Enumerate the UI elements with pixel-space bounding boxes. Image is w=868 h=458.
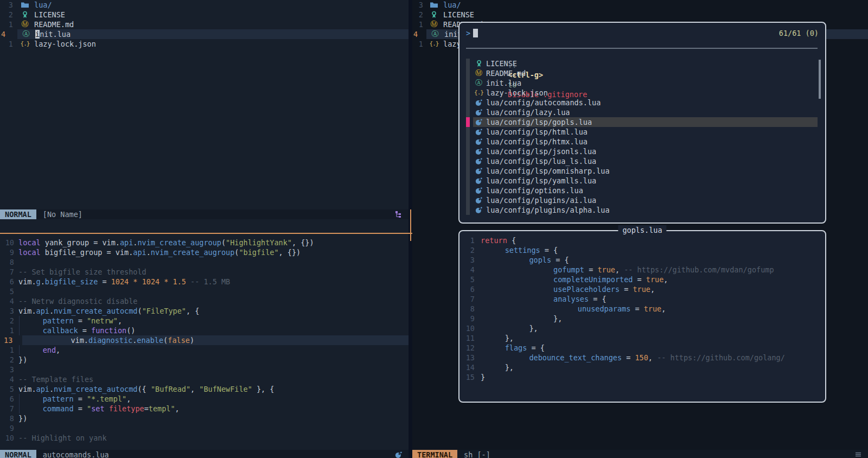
terminal-column: 3lua/2LICENSE1ⓂREADME.md4Ⓐinit.lua1{.}la… <box>412 0 868 458</box>
code-line[interactable]: 10local yank_group = vim.api.nvim_create… <box>0 238 409 247</box>
code-token: = <box>78 326 91 335</box>
code-token: = <box>584 265 597 274</box>
list-item[interactable]: lua/config/lsp/htmx.lua <box>473 137 818 147</box>
list-item[interactable]: LICENSE <box>473 59 818 68</box>
code-line[interactable]: 10-- Highlight on yank <box>0 433 409 443</box>
code-line[interactable]: 13vim.diagnostic.enable(false) <box>0 335 409 345</box>
code-token: , {}) <box>279 248 301 257</box>
code-token: -- https://github.com/mvdan/gofump <box>620 265 774 274</box>
line-number: 7 <box>0 404 18 414</box>
code-token: vim. <box>18 385 36 393</box>
code-token: vim. <box>71 336 88 345</box>
result-file-name: lua/config/plugins/alpha.lua <box>486 205 610 215</box>
preview-title: gopls.lua <box>618 225 666 235</box>
list-item[interactable]: Ⓐinit.lua <box>473 78 818 88</box>
line-number: 4 <box>412 29 426 39</box>
code-line[interactable]: 9local bigfile_group = vim.api.nvim_crea… <box>0 247 409 257</box>
list-item[interactable]: lua/config/lazy.lua <box>473 107 818 117</box>
picker-scrollbar[interactable] <box>819 60 821 99</box>
code-line[interactable]: 1end, <box>0 345 409 355</box>
lua-icon <box>475 109 483 116</box>
list-item[interactable]: lua/config/plugins/alpha.lua <box>473 205 818 215</box>
code-token: vim. <box>18 277 36 286</box>
file-row[interactable]: 3lua/ <box>412 0 868 10</box>
file-row[interactable]: 2LICENSE <box>0 10 409 20</box>
code-line[interactable]: 8 <box>0 257 409 267</box>
code-line[interactable]: 7command = "set filetype=templ", <box>0 404 409 414</box>
code-token: true <box>644 304 662 313</box>
code-token: }, <box>553 314 562 323</box>
code-line[interactable]: 7-- Set bigfile size threshold <box>0 267 409 277</box>
list-item[interactable]: {.}lazy-lock.json <box>473 88 818 98</box>
preview-line: 1return { <box>459 236 825 245</box>
line-number: 13 <box>462 353 475 362</box>
markdown-icon: Ⓜ <box>475 68 483 78</box>
list-item[interactable]: lua/config/lsp/yamlls.lua <box>473 176 818 186</box>
code-token: function <box>91 326 126 335</box>
result-file-name: lazy-lock.json <box>486 88 548 98</box>
file-name: LICENSE <box>34 10 65 20</box>
file-row[interactable]: 3lua/ <box>0 0 409 10</box>
text-cursor <box>473 29 478 37</box>
code-line[interactable]: 8}) <box>0 414 409 423</box>
list-item[interactable]: ⓂREADME.md <box>473 68 818 78</box>
list-item[interactable]: lua/config/plugins/ai.lua <box>473 195 818 205</box>
list-item[interactable]: lua/config/options.lua <box>473 186 818 195</box>
code-line[interactable]: 3 <box>0 365 409 374</box>
code-line[interactable]: 6vim.g.bigfile_size = 1024 * 1024 * 1.5 … <box>0 277 409 287</box>
line-number: 1 <box>462 236 475 245</box>
code-line[interactable]: 5vim.api.nvim_create_autocmd({ "BufRead"… <box>0 384 409 394</box>
license-icon <box>21 11 29 18</box>
list-item[interactable]: lua/config/lsp/gopls.lua <box>473 117 818 127</box>
file-row[interactable]: 2LICENSE <box>412 10 868 20</box>
list-item[interactable]: lua/config/lsp/html.lua <box>473 127 818 137</box>
list-item[interactable]: lua/config/lsp/omnisharp.lua <box>473 166 818 176</box>
code-line[interactable]: 3vim.api.nvim_create_autocmd("FileType",… <box>0 306 409 316</box>
code-token: -- 1.5 MB <box>186 277 230 286</box>
code-token: -- https://github.com/golang/ <box>653 353 785 362</box>
window-separator[interactable] <box>409 0 412 458</box>
code-line[interactable]: 2pattern = "netrw", <box>0 316 409 326</box>
code-token: }, <box>505 334 514 342</box>
code-line[interactable]: 9 <box>0 423 409 433</box>
code-token: , <box>118 316 122 325</box>
code-token: . <box>49 385 54 393</box>
code-line[interactable]: 6pattern = "*.templ", <box>0 394 409 404</box>
buffer-name: [No Name] <box>43 209 82 219</box>
list-item[interactable]: lua/config/lsp/lua_ls.lua <box>473 156 818 166</box>
file-row[interactable]: 1{.}lazy-lock.json <box>0 39 409 49</box>
file-row[interactable]: 4Ⓐinit.lua <box>0 29 409 39</box>
code-line[interactable]: 4-- Netrw diagnostic disable <box>0 296 409 306</box>
code-token: ( <box>221 238 226 247</box>
list-item[interactable]: lua/config/lsp/jsonls.lua <box>473 147 818 156</box>
code-token: = <box>620 285 633 294</box>
tree-icon <box>395 211 402 218</box>
line-number: 4 <box>0 296 18 306</box>
code-token: completeUnimported <box>553 275 633 284</box>
code-line[interactable]: 2}) <box>0 355 409 365</box>
code-line[interactable]: 5 <box>0 287 409 296</box>
code-token: " <box>87 404 91 413</box>
list-item[interactable]: lua/config/autocomands.lua <box>473 98 818 107</box>
code-token: yank_group = <box>41 238 103 247</box>
file-row[interactable]: 1ⓂREADME.md <box>0 20 409 29</box>
code-token: "BufNewFile" <box>199 385 252 393</box>
mode-badge: TERMINAL <box>412 450 457 458</box>
search-prompt[interactable]: > 61/61 (0) <box>466 28 819 38</box>
code-token: debounce_text_changes <box>529 353 622 362</box>
code-token: "HighlightYank" <box>226 238 292 247</box>
code-token: = <box>633 275 646 284</box>
file-name: lazy-lock.json <box>34 39 96 49</box>
code-line[interactable]: 4-- Template files <box>0 374 409 384</box>
code-token: pattern <box>43 316 74 325</box>
code-token: = <box>74 316 87 325</box>
code-editor[interactable]: 10local yank_group = vim.api.nvim_create… <box>0 238 409 443</box>
code-token: = <box>622 353 635 362</box>
code-token: analyses <box>553 295 589 303</box>
line-number: 5 <box>462 275 475 284</box>
file-name: lua/ <box>443 0 461 10</box>
line-number: 10 <box>0 238 18 247</box>
code-line[interactable]: 1callback = function() <box>0 326 409 335</box>
code-token: }, <box>529 324 538 333</box>
code-token: true <box>646 275 664 284</box>
